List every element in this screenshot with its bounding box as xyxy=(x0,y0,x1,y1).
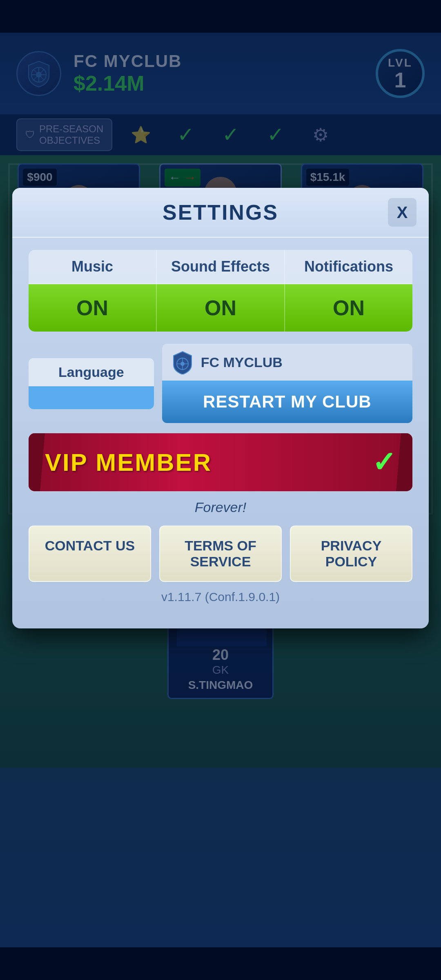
notif-toggle[interactable]: ON xyxy=(285,284,412,332)
sound-label: Sound Effects xyxy=(157,250,285,283)
vip-ribbon-left xyxy=(29,433,45,491)
modal-body: Music Sound Effects Notifications ON ON … xyxy=(12,238,429,616)
notif-label: Notifications xyxy=(285,250,412,283)
contact-us-button[interactable]: CONTACT US xyxy=(29,526,151,582)
modal-header: SETTINGS X xyxy=(12,188,429,238)
music-toggle[interactable]: ON xyxy=(29,284,157,332)
club-shield-icon xyxy=(170,350,195,374)
language-value xyxy=(29,386,154,409)
bottom-buttons: CONTACT US TERMS OFSERVICE PRIVACYPOLICY xyxy=(29,526,412,582)
restart-club-button[interactable]: RESTART MY CLUB xyxy=(162,381,412,423)
lang-club-row: Language FC MYCLUB xyxy=(29,344,412,423)
vip-label: VIP MEMBER xyxy=(45,448,212,477)
privacy-label: PRIVACYPOLICY xyxy=(321,538,382,569)
vip-section[interactable]: VIP MEMBER ✓ xyxy=(29,433,412,491)
club-restart-section: FC MYCLUB RESTART MY CLUB xyxy=(162,344,412,423)
modal-title: SETTINGS xyxy=(163,200,278,225)
sound-toggle[interactable]: ON xyxy=(157,284,285,332)
vip-ribbon-right xyxy=(396,433,412,491)
vip-forever-label: Forever! xyxy=(29,499,412,515)
settings-modal: SETTINGS X Music Sound Effects Notificat… xyxy=(12,188,429,628)
terms-label: TERMS OFSERVICE xyxy=(185,538,256,569)
terms-button[interactable]: TERMS OFSERVICE xyxy=(159,526,282,582)
vip-check-icon: ✓ xyxy=(372,445,396,479)
music-label: Music xyxy=(29,250,157,283)
toggle-labels-row: Music Sound Effects Notifications xyxy=(29,250,412,284)
language-label: Language xyxy=(29,358,154,386)
toggle-section: Music Sound Effects Notifications ON ON … xyxy=(29,250,412,332)
close-button[interactable]: X xyxy=(388,198,416,227)
version-label: v1.11.7 (Conf.1.9.0.1) xyxy=(29,590,412,604)
toggle-buttons-row: ON ON ON xyxy=(29,284,412,332)
language-select[interactable]: Language xyxy=(29,358,154,409)
club-header-row: FC MYCLUB xyxy=(162,344,412,381)
club-name-settings: FC MYCLUB xyxy=(201,354,283,370)
privacy-button[interactable]: PRIVACYPOLICY xyxy=(290,526,412,582)
